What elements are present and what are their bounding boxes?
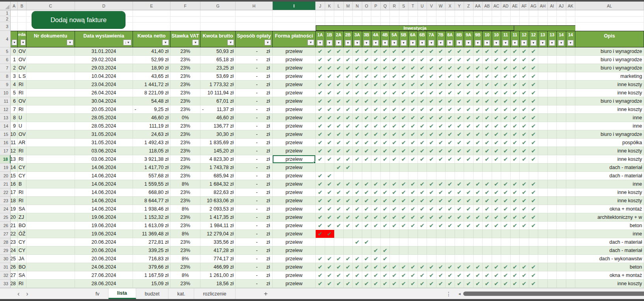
cell-inwestycja-8A[interactable]: ✔: [446, 222, 455, 230]
cell-inwestycja-2A[interactable]: ✔: [334, 263, 344, 271]
cell-inwestycja-1B[interactable]: ✔: [325, 122, 335, 130]
cell-nr-dokumentu[interactable]: [26, 122, 75, 130]
cell-inwestycja-1B[interactable]: ✔: [325, 213, 335, 221]
cell-inwestycja-11[interactable]: ✔: [511, 222, 520, 230]
filter-button[interactable]: ▼: [558, 40, 564, 46]
cell-inwestycja-11[interactable]: ✔: [511, 139, 520, 147]
cell-lp[interactable]: 4: [11, 81, 18, 88]
cell-inwestycja-5A[interactable]: ✔: [390, 114, 399, 122]
empty-cell[interactable]: [575, 10, 644, 31]
cell-inwestycja-9A[interactable]: ✔: [464, 105, 474, 113]
cell-inwestycja-11[interactable]: ✔: [511, 213, 520, 221]
cell-inwestycja-14[interactable]: [557, 180, 566, 188]
filter-button[interactable]: ▼: [401, 40, 406, 46]
row-number-31[interactable]: 31: [0, 263, 11, 271]
cell-inwestycja-4A[interactable]: ✔: [371, 222, 381, 230]
column-letter-AB[interactable]: AB: [483, 2, 492, 10]
cell-inwestycja-14[interactable]: [557, 130, 566, 138]
cell-seller[interactable]: RI: [18, 197, 26, 205]
column-letter-AK[interactable]: AK: [566, 2, 576, 10]
header-inwestycja-4A[interactable]: 4A▼: [371, 31, 381, 47]
cell-inwestycja-7A[interactable]: ✔: [427, 280, 436, 288]
cell-inwestycja-8A[interactable]: ✔: [446, 89, 455, 97]
cell-opis[interactable]: inne: [575, 122, 644, 130]
filter-button[interactable]: ▼: [354, 40, 360, 46]
cell-vat[interactable]: 23%: [170, 164, 200, 171]
cell-inwestycja-13[interactable]: [538, 114, 548, 122]
cell-inwestycja-2B[interactable]: [344, 230, 353, 238]
cell-inwestycja-7B[interactable]: ✔: [436, 280, 446, 288]
cell-inwestycja-1B[interactable]: ✔: [325, 56, 335, 64]
cell-inwestycja-8B[interactable]: [455, 255, 464, 263]
cell-inwestycja-7B[interactable]: ✔: [436, 122, 446, 130]
cell-inwestycja-13[interactable]: [538, 230, 548, 238]
cell-inwestycja-13[interactable]: [548, 172, 557, 180]
cell-inwestycja-10[interactable]: ✔: [483, 114, 492, 122]
cell-inwestycja-13[interactable]: [538, 139, 548, 147]
cell-inwestycja-6B[interactable]: ✔: [418, 64, 427, 72]
cell-inwestycja-11[interactable]: ✔: [511, 114, 520, 122]
cell-inwestycja-4B[interactable]: [381, 164, 390, 171]
cell-inwestycja-13[interactable]: [538, 130, 548, 138]
cell-inwestycja-14[interactable]: [557, 72, 566, 80]
cell-inwestycja-7B[interactable]: ✔: [436, 97, 446, 105]
cell-inwestycja-6B[interactable]: ✔: [418, 263, 427, 271]
cell-vat[interactable]: 23%: [170, 280, 200, 288]
cell-nr-dokumentu[interactable]: [26, 97, 75, 105]
cell-inwestycja-13[interactable]: [548, 164, 557, 171]
filter-button[interactable]: ▼: [336, 40, 342, 46]
cell-opis[interactable]: inne koszty: [575, 89, 644, 97]
cell-inwestycja-10[interactable]: ✔: [483, 139, 492, 147]
cell-inwestycja-2B[interactable]: ✔: [344, 64, 353, 72]
cell-inwestycja-4A[interactable]: ✔: [371, 130, 381, 138]
cell-nr-dokumentu[interactable]: [26, 72, 75, 80]
cell-inwestycja-8A[interactable]: [446, 164, 455, 171]
cell-inwestycja-3B[interactable]: ✔: [362, 188, 372, 196]
cell-inwestycja-4B[interactable]: ✔: [381, 255, 390, 263]
cell-inwestycja-10[interactable]: ✔: [492, 180, 502, 188]
cell-inwestycja-6A[interactable]: ✔: [408, 64, 418, 72]
cell-inwestycja-7A[interactable]: ✔: [427, 47, 436, 55]
cell-inwestycja-7B[interactable]: ✔: [436, 147, 446, 155]
cell-inwestycja-14[interactable]: [566, 89, 576, 97]
cell-inwestycja-2B[interactable]: ✔: [344, 164, 353, 171]
cell-lp[interactable]: 7: [11, 105, 18, 113]
cell-inwestycja-8B[interactable]: ✔: [455, 222, 464, 230]
cell-inwestycja-2A[interactable]: ✔: [334, 97, 344, 105]
cell-netto[interactable]: 18,90 zł: [133, 64, 170, 72]
cell-vat[interactable]: 0%: [170, 114, 200, 122]
cell-inwestycja-12[interactable]: ✔: [520, 139, 529, 147]
cell-sposob-oplaty[interactable]: -zł: [236, 56, 273, 64]
cell-inwestycja-5A[interactable]: ✔: [390, 188, 399, 196]
cell-brutto[interactable]: 466,99 zł: [200, 263, 236, 271]
filter-button[interactable]: ▼: [540, 40, 546, 46]
cell-inwestycja-9A[interactable]: ✔: [464, 139, 474, 147]
cell-inwestycja-2A[interactable]: ✔: [334, 164, 344, 171]
cell-inwestycja-8B[interactable]: [455, 238, 464, 246]
filter-button[interactable]: ▼: [530, 40, 536, 46]
cell-date[interactable]: 31.05.2024: [75, 130, 133, 138]
cell-inwestycja-9B[interactable]: ✔: [474, 222, 483, 230]
cell-opis[interactable]: biuro i wynagrodze: [575, 130, 644, 138]
cell-inwestycja-6A[interactable]: ✔: [408, 97, 418, 105]
cell-forma-platnosci[interactable]: przelew: [273, 114, 316, 122]
cell-brutto[interactable]: 774,17 zł: [200, 255, 236, 263]
cell-inwestycja-5A[interactable]: [390, 246, 399, 254]
cell-opis[interactable]: dach - materiał: [575, 164, 644, 171]
cell-brutto[interactable]: 65,18 zł: [200, 56, 236, 64]
cell-sposob-oplaty[interactable]: -zł: [236, 97, 273, 105]
cell-inwestycja-1A[interactable]: ✔: [316, 230, 325, 238]
cell-inwestycja-14[interactable]: [557, 122, 566, 130]
cell-date[interactable]: 31.01.2024: [75, 47, 133, 55]
cell-inwestycja-5A[interactable]: ✔: [390, 81, 399, 88]
cell-sposob-oplaty[interactable]: -zł: [236, 205, 273, 213]
cell-inwestycja-7B[interactable]: ✔: [436, 222, 446, 230]
cell-inwestycja-8B[interactable]: ✔: [455, 89, 464, 97]
cell-inwestycja-9B[interactable]: [474, 172, 483, 180]
cell-opis[interactable]: beton: [575, 222, 644, 230]
cell-inwestycja-5B[interactable]: ✔: [399, 47, 409, 55]
cell-inwestycja-3A[interactable]: ✔: [353, 64, 362, 72]
cell-seller[interactable]: RI: [18, 280, 26, 288]
cell-nr-dokumentu[interactable]: [26, 188, 75, 196]
cell-inwestycja-3B[interactable]: ✔: [362, 155, 372, 163]
